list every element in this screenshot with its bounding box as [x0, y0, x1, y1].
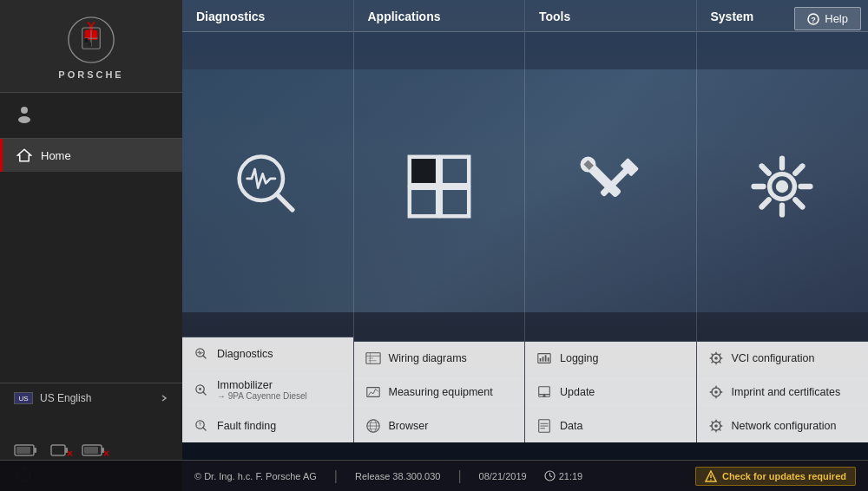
- sidebar-statusbar: [0, 460, 182, 491]
- battery2-status-icon: ×: [82, 442, 106, 458]
- system-main-icon: [743, 147, 821, 226]
- data-item[interactable]: Data: [525, 409, 696, 442]
- svg-line-3: [88, 22, 90, 25]
- tools-column: Tools: [525, 0, 697, 442]
- immobilizer-item[interactable]: Immobilizer → 9PA Cayenne Diesel: [182, 371, 353, 409]
- measuring-item-icon: [365, 383, 382, 401]
- svg-line-74: [796, 200, 803, 206]
- date-text: 08/21/2019: [479, 471, 527, 481]
- svg-point-11: [21, 107, 28, 114]
- help-circle-icon: ?: [807, 13, 819, 25]
- svg-line-101: [719, 422, 720, 423]
- imprint-item[interactable]: Imprint and certificates: [697, 376, 869, 409]
- clock-icon: [544, 470, 556, 481]
- tools-main-icon: [571, 147, 649, 226]
- measuring-item[interactable]: Measuring equipment: [354, 376, 525, 409]
- update-item[interactable]: Update: [525, 376, 696, 409]
- tools-header: Tools: [525, 0, 696, 32]
- home-icon: [16, 147, 32, 163]
- logo-area: PORSCHE: [0, 0, 182, 93]
- sidebar: PORSCHE Home US US English: [0, 0, 182, 491]
- lang-label: US English: [40, 392, 91, 404]
- svg-line-102: [711, 429, 713, 430]
- diag-item-icon: [193, 345, 210, 363]
- release-text: Release 38.300.030: [355, 471, 440, 481]
- svg-line-99: [711, 422, 713, 423]
- fault-finding-item[interactable]: ? Fault finding: [182, 409, 353, 442]
- diagnostics-item[interactable]: Diagnostics: [182, 337, 353, 371]
- system-items: VCI configuration: [697, 342, 869, 442]
- porsche-crest-icon: [67, 16, 115, 64]
- diagnostics-icon-area[interactable]: [182, 32, 353, 337]
- diagnostics-column: Diagnostics Diag: [182, 0, 354, 442]
- system-column: System: [697, 0, 869, 442]
- language-selector[interactable]: US US English: [0, 383, 182, 413]
- vci-config-icon: [707, 350, 725, 367]
- wiring-item[interactable]: Wiring diagrams: [354, 342, 525, 376]
- svg-rect-15: [34, 448, 36, 453]
- svg-line-75: [796, 167, 803, 173]
- wiring-item-icon: [365, 350, 382, 367]
- main-columns: Diagnostics Diag: [182, 0, 868, 442]
- svg-rect-57: [540, 358, 542, 362]
- svg-rect-61: [539, 387, 550, 395]
- warning-icon: [705, 470, 717, 482]
- tools-items: Logging Update: [525, 342, 696, 442]
- svg-text:?: ?: [812, 16, 817, 24]
- time-display: 21:19: [544, 470, 583, 481]
- home-nav-item[interactable]: Home: [0, 139, 182, 172]
- logging-item-icon: [536, 350, 553, 367]
- svg-line-85: [719, 354, 720, 356]
- svg-rect-16: [16, 447, 30, 454]
- svg-rect-60: [548, 357, 549, 362]
- svg-point-94: [714, 424, 718, 428]
- svg-line-31: [203, 391, 206, 394]
- system-icon-area[interactable]: [697, 32, 869, 342]
- svg-text:?: ?: [199, 422, 201, 427]
- network-config-item[interactable]: Network configuration: [697, 409, 869, 442]
- chevron-right-icon: [160, 394, 168, 403]
- data-item-icon: [536, 417, 553, 435]
- svg-rect-21: [84, 447, 98, 454]
- tools-icon-area[interactable]: [525, 32, 696, 342]
- user-icon: [14, 103, 35, 124]
- statusbar: © Dr. Ing. h.c. F. Porsche AG | Release …: [182, 460, 868, 491]
- vci-config-item[interactable]: VCI configuration: [697, 342, 869, 376]
- diagnostics-header: Diagnostics: [182, 0, 353, 32]
- help-button[interactable]: ? Help: [794, 7, 861, 30]
- svg-line-83: [711, 354, 713, 356]
- diagnostics-items: Diagnostics Immobilizer → 9PA Cayenne Di…: [182, 337, 353, 442]
- immob-item-icon: [193, 382, 210, 399]
- help-label: Help: [825, 12, 848, 25]
- svg-point-32: [199, 388, 201, 390]
- user-icon-row: [0, 93, 182, 139]
- svg-rect-59: [545, 355, 547, 361]
- svg-line-84: [719, 361, 720, 363]
- svg-rect-39: [441, 188, 469, 216]
- porsche-wordmark: PORSCHE: [58, 69, 123, 80]
- svg-point-68: [776, 180, 788, 193]
- svg-rect-58: [542, 357, 544, 361]
- svg-rect-37: [441, 157, 469, 185]
- lang-flag-icon: US: [14, 392, 33, 404]
- applications-column: Applications: [354, 0, 526, 442]
- svg-line-34: [203, 428, 206, 430]
- vci-status-icon: ×: [50, 442, 69, 458]
- svg-line-100: [719, 429, 720, 430]
- browser-item[interactable]: Browser: [354, 409, 525, 442]
- fault-item-icon: ?: [193, 417, 210, 435]
- applications-icon-area[interactable]: [354, 32, 525, 342]
- svg-rect-9: [85, 38, 89, 43]
- svg-line-76: [762, 200, 769, 206]
- network-config-icon: [707, 417, 725, 435]
- update-text: Check for updates required: [722, 471, 846, 481]
- applications-main-icon: [400, 147, 478, 226]
- svg-rect-38: [410, 188, 437, 216]
- svg-point-12: [18, 116, 30, 123]
- imprint-item-icon: [707, 383, 725, 401]
- svg-rect-36: [410, 157, 437, 185]
- svg-point-88: [714, 390, 718, 394]
- svg-point-78: [714, 357, 718, 360]
- logging-item[interactable]: Logging: [525, 342, 696, 376]
- copyright-text: © Dr. Ing. h.c. F. Porsche AG: [194, 471, 317, 481]
